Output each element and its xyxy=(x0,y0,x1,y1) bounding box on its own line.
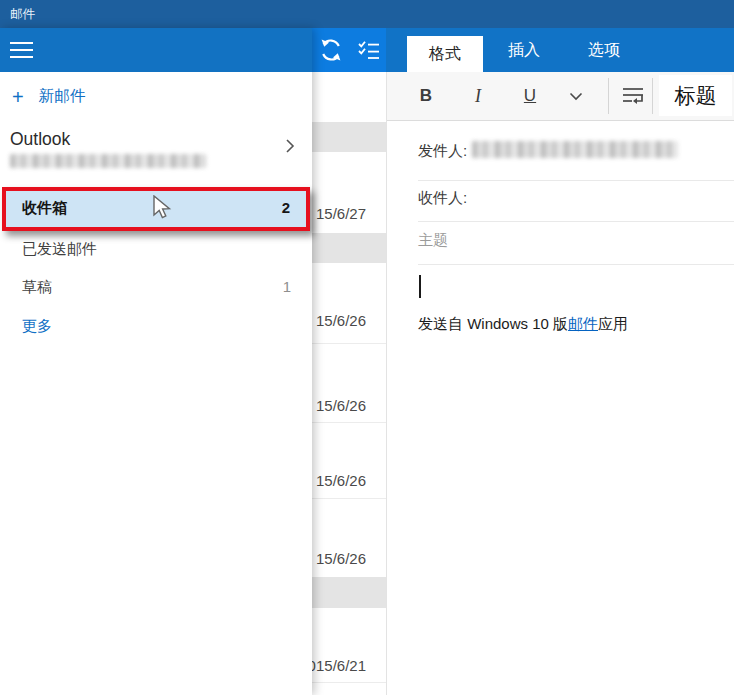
compose-pane: 格式 插入 选项 B I U xyxy=(386,28,734,695)
toolbar-divider xyxy=(652,78,653,114)
mouse-cursor xyxy=(152,195,174,225)
sidebar-item-drafts[interactable]: 草稿 xyxy=(22,278,52,297)
new-mail-label: 新邮件 xyxy=(39,86,86,107)
field-divider xyxy=(418,264,734,265)
flyout-header xyxy=(0,28,312,72)
tab-options[interactable]: 选项 xyxy=(569,28,639,72)
navigation-flyout: + 新邮件 Outlook 收件箱 2 已发送邮件 草稿 1 更多 xyxy=(0,28,312,695)
selection-mode-button[interactable] xyxy=(354,36,384,64)
account-name[interactable]: Outlook xyxy=(10,129,70,150)
drafts-count: 1 xyxy=(283,278,291,295)
underline-button[interactable]: U xyxy=(515,72,545,120)
plus-icon: + xyxy=(12,88,24,106)
list-item-date[interactable]: 15/6/27 xyxy=(316,205,366,222)
from-address-redacted xyxy=(472,141,678,158)
italic-button[interactable]: I xyxy=(463,72,493,120)
pane-divider xyxy=(386,72,387,695)
inbox-label: 收件箱 xyxy=(22,199,67,218)
format-toolbar: B I U 标题 xyxy=(387,72,734,121)
field-divider xyxy=(418,180,734,181)
subject-field[interactable]: 主题 xyxy=(418,231,448,250)
chevron-down-icon xyxy=(569,92,583,101)
chevron-right-icon[interactable] xyxy=(284,138,296,158)
paragraph-button[interactable] xyxy=(615,72,651,120)
list-item-date[interactable]: 15/6/26 xyxy=(316,312,366,329)
signature-text: 发送自 Windows 10 版邮件应用 xyxy=(418,315,628,334)
paragraph-icon xyxy=(621,85,645,107)
heading-style-button[interactable]: 标题 xyxy=(659,75,732,116)
list-item-date[interactable]: 15/6/26 xyxy=(316,472,366,489)
hamburger-icon[interactable] xyxy=(10,42,33,63)
toolbar-divider xyxy=(608,78,609,114)
checklist-icon xyxy=(355,36,383,64)
sync-icon xyxy=(317,36,345,64)
account-email-redacted xyxy=(10,154,206,168)
ribbon: 格式 插入 选项 xyxy=(386,28,734,72)
list-item-date[interactable]: 15/6/26 xyxy=(316,550,366,567)
titlebar: 邮件 xyxy=(0,0,734,28)
new-mail-button[interactable]: + 新邮件 xyxy=(12,86,85,107)
field-divider xyxy=(418,221,734,222)
inbox-unread-count: 2 xyxy=(282,199,290,216)
tab-format[interactable]: 格式 xyxy=(407,36,483,72)
to-field[interactable]: 收件人: xyxy=(418,189,467,208)
signature-suffix: 应用 xyxy=(598,315,628,332)
from-label: 发件人: xyxy=(418,142,467,161)
signature-prefix: 发送自 Windows 10 版 xyxy=(418,315,568,332)
window-title: 邮件 xyxy=(10,6,35,23)
sidebar-item-more[interactable]: 更多 xyxy=(22,317,52,336)
mail-app-window: 邮件 xyxy=(0,0,734,695)
sidebar-item-sent[interactable]: 已发送邮件 xyxy=(22,240,97,259)
bold-button[interactable]: B xyxy=(411,72,441,120)
list-item-date[interactable]: 15/6/26 xyxy=(316,397,366,414)
font-options-dropdown[interactable] xyxy=(559,72,593,120)
mail-app-link[interactable]: 邮件 xyxy=(568,315,598,332)
tab-insert[interactable]: 插入 xyxy=(489,28,559,72)
text-cursor xyxy=(419,275,421,298)
sync-button[interactable] xyxy=(316,36,346,64)
